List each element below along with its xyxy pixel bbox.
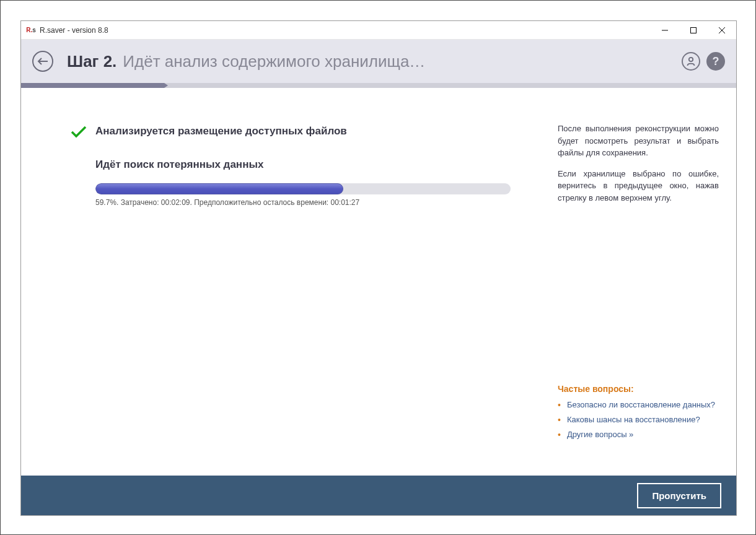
- help-icon: ?: [713, 55, 719, 68]
- skip-button[interactable]: Пропустить: [637, 483, 721, 508]
- back-button[interactable]: [32, 51, 53, 72]
- user-icon: [686, 56, 696, 66]
- faq-item: Безопасно ли восстановление данных?: [558, 400, 719, 410]
- info-paragraph: После выполнения реконструкции можно буд…: [558, 123, 719, 159]
- progress-bar: [95, 183, 511, 194]
- page-header: Шаг 2. Идёт анализ содержимого хранилища…: [21, 40, 736, 83]
- faq-link[interactable]: Другие вопросы »: [567, 430, 633, 439]
- app-icon: R.s: [26, 25, 36, 35]
- checkmark-icon: [71, 124, 87, 142]
- faq-list: Безопасно ли восстановление данных? Како…: [558, 400, 719, 440]
- footer-bar: Пропустить: [21, 476, 736, 515]
- faq-item: Другие вопросы »: [558, 430, 719, 440]
- step-segment: [21, 83, 164, 88]
- step-segment: [450, 83, 593, 88]
- step-segment: [307, 83, 451, 88]
- step-segment: [593, 83, 736, 88]
- step-description: Идёт анализ содержимого хранилища…: [123, 52, 425, 71]
- faq-item: Каковы шансы на восстановление?: [558, 415, 719, 425]
- faq-link[interactable]: Каковы шансы на восстановление?: [567, 415, 700, 424]
- step-number: Шаг 2.: [67, 52, 116, 71]
- info-sidebar: После выполнения реконструкции можно буд…: [550, 88, 736, 476]
- minimize-button[interactable]: [651, 21, 679, 39]
- progress-fill: [95, 183, 343, 194]
- maximize-button[interactable]: [679, 21, 708, 39]
- faq-link[interactable]: Безопасно ли восстановление данных?: [567, 400, 715, 409]
- step-segment: [164, 83, 307, 88]
- svg-point-5: [689, 58, 693, 61]
- svg-rect-1: [691, 27, 697, 33]
- window-title: R.saver - version 8.8: [40, 26, 651, 35]
- back-arrow-icon: [37, 57, 48, 66]
- close-button[interactable]: [708, 21, 736, 39]
- titlebar: R.s R.saver - version 8.8: [21, 21, 736, 40]
- help-button[interactable]: ?: [706, 52, 725, 71]
- progress-status-text: 59.7%. Затрачено: 00:02:09. Предположите…: [95, 198, 525, 207]
- analysis-done-label: Анализируется размещение доступных файло…: [95, 125, 347, 137]
- faq-title: Частые вопросы:: [558, 384, 719, 394]
- user-button[interactable]: [682, 52, 700, 71]
- wizard-steps-bar: [21, 83, 736, 88]
- main-content: Анализируется размещение доступных файло…: [21, 88, 550, 476]
- info-paragraph: Если хранилище выбрано по ошибке, вернит…: [558, 168, 719, 204]
- search-progress-label: Идёт поиск потерянных данных: [95, 159, 525, 171]
